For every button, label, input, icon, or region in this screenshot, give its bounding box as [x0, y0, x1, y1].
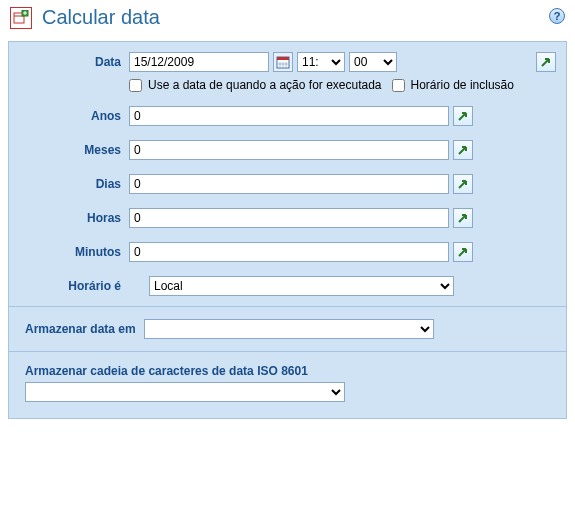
label-dias: Dias	[19, 174, 129, 191]
anos-input[interactable]	[129, 106, 449, 126]
expand-dias-icon[interactable]	[453, 174, 473, 194]
divider-2	[9, 351, 566, 352]
divider-1	[9, 306, 566, 307]
minute-select[interactable]: 00	[349, 52, 397, 72]
row-minutos: Minutos	[19, 242, 556, 262]
row-dias: Dias	[19, 174, 556, 194]
row-iso: Armazenar cadeia de caracteres de data I…	[19, 362, 556, 404]
expand-meses-icon[interactable]	[453, 140, 473, 160]
calendar-icon[interactable]	[273, 52, 293, 72]
horario-select[interactable]: Local	[149, 276, 454, 296]
dias-input[interactable]	[129, 174, 449, 194]
iso-select[interactable]	[25, 382, 345, 402]
row-meses: Meses	[19, 140, 556, 160]
meses-input[interactable]	[129, 140, 449, 160]
form-panel: Data 11: 00	[8, 41, 567, 419]
label-minutos: Minutos	[19, 242, 129, 259]
expand-minutos-icon[interactable]	[453, 242, 473, 262]
help-icon[interactable]: ?	[549, 8, 565, 24]
row-store: Armazenar data em	[19, 317, 556, 341]
calculate-date-icon	[10, 7, 32, 29]
row-horas: Horas	[19, 208, 556, 228]
use-action-date-checkbox[interactable]	[129, 79, 142, 92]
label-anos: Anos	[19, 106, 129, 123]
page-title: Calcular data	[42, 6, 160, 29]
minutos-input[interactable]	[129, 242, 449, 262]
use-action-date-label: Use a data de quando a ação for executad…	[148, 78, 382, 92]
horas-input[interactable]	[129, 208, 449, 228]
date-input[interactable]	[129, 52, 269, 72]
header: Calcular data ?	[0, 0, 575, 37]
row-anos: Anos	[19, 106, 556, 126]
label-iso: Armazenar cadeia de caracteres de data I…	[25, 364, 550, 378]
expand-data-icon[interactable]	[536, 52, 556, 72]
expand-anos-icon[interactable]	[453, 106, 473, 126]
label-store: Armazenar data em	[25, 322, 144, 336]
row-horario: Horário é Local	[19, 276, 556, 296]
store-select[interactable]	[144, 319, 434, 339]
expand-horas-icon[interactable]	[453, 208, 473, 228]
label-horario: Horário é	[19, 276, 129, 293]
row-data: Data 11: 00	[19, 52, 556, 92]
label-data: Data	[19, 52, 129, 69]
include-time-checkbox[interactable]	[392, 79, 405, 92]
label-horas: Horas	[19, 208, 129, 225]
include-time-label: Horário de inclusão	[411, 78, 514, 92]
label-meses: Meses	[19, 140, 129, 157]
hour-select[interactable]: 11:	[297, 52, 345, 72]
svg-rect-6	[277, 57, 289, 60]
